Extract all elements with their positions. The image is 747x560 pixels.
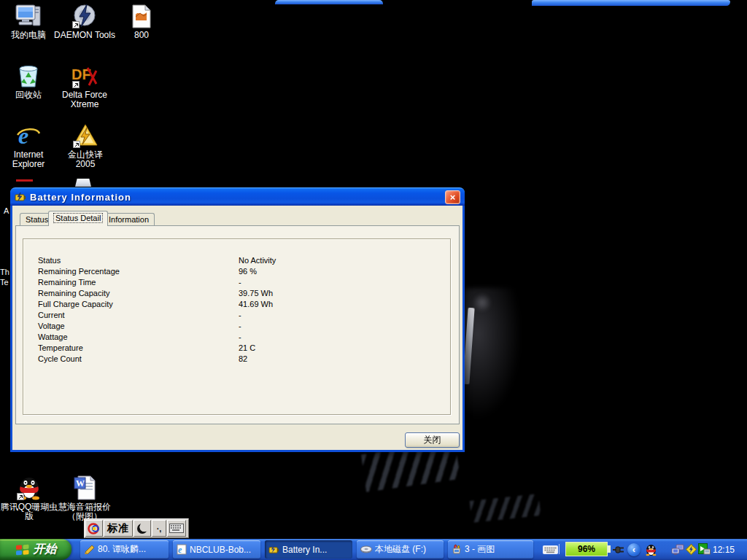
ime-mode-button[interactable]: 标准	[104, 520, 133, 537]
desktop-icon-label: Internet Explorer	[0, 150, 57, 169]
tray-clock[interactable]: 12:15	[713, 539, 735, 560]
close-button[interactable]: 关闭	[405, 432, 460, 448]
qq-penguin-icon	[0, 474, 58, 500]
desktop-icon-label: 腾讯QQ珊瑚虫 版	[0, 502, 58, 521]
dialog-body: Status Status Detail Information StatusN…	[12, 206, 462, 450]
desktop-icon-label: 我的电脑	[0, 31, 57, 40]
tray-qq-icon[interactable]	[645, 539, 657, 560]
tray-battery-meter[interactable]: 96%	[565, 542, 608, 556]
tab-status-detail[interactable]: Status Detail	[48, 211, 108, 226]
offscreen-window-titlebar[interactable]	[532, 0, 730, 6]
partial-icon-label: Te	[0, 278, 9, 287]
svg-text:W: W	[76, 478, 85, 489]
hidden-icon-fragment	[16, 179, 33, 182]
desktop-icon-qq[interactable]: 腾讯QQ珊瑚虫 版	[0, 474, 58, 521]
battery-app-icon	[15, 192, 26, 202]
desktop-icon-label: DAEMON Tools	[51, 31, 118, 40]
desktop-icon-label: 回收站	[0, 90, 57, 100]
desktop-icon-label: 800	[120, 31, 163, 40]
tray-keyboard-icon[interactable]	[543, 539, 558, 560]
desktop-icon-delta-force[interactable]: DF Delta Force Xtreme	[50, 62, 120, 109]
tab-page-status-detail: StatusNo Activity Remaining Percentage96…	[15, 225, 460, 424]
offscreen-window-titlebar[interactable]	[275, 0, 383, 4]
detail-row: StatusNo Activity	[23, 256, 450, 267]
partial-icon-label: Th	[0, 268, 9, 276]
detail-row: Wattage-	[23, 332, 450, 343]
taskbar: 开始 80. 谭咏麟... e NBCLUB-Bob... Battery In…	[0, 539, 747, 560]
detail-row: Full Charge Capacity41.69 Wh	[23, 300, 450, 311]
word-document-icon: W	[53, 474, 117, 500]
wallpaper-stripes	[470, 494, 541, 523]
desktop-icon-800[interactable]: 800	[120, 2, 163, 40]
desktop-icon-my-computer[interactable]: 我的电脑	[0, 2, 57, 40]
taskbar-item-ie[interactable]: e NBCLUB-Bob...	[173, 540, 260, 559]
taskbar-item-music[interactable]: 80. 谭咏麟...	[80, 540, 169, 559]
document-icon	[120, 2, 163, 28]
dialog-titlebar[interactable]: Battery Information ×	[10, 187, 465, 206]
desktop-icon-internet-explorer[interactable]: e Internet Explorer	[0, 122, 57, 169]
recycle-bin-icon	[0, 62, 57, 88]
hidden-icon-fragment	[75, 179, 91, 187]
battery-detail-groupbox: StatusNo Activity Remaining Percentage96…	[23, 238, 451, 415]
ime-fullwidth-icon[interactable]	[133, 520, 151, 537]
desktop-icon-label: 金山快译 2005	[54, 150, 117, 169]
svg-text:e: e	[178, 545, 182, 555]
tray-network-icon[interactable]	[671, 539, 684, 560]
my-computer-icon	[0, 2, 57, 28]
ie-page-icon: e	[177, 544, 187, 555]
tray-collapse-chevron-icon[interactable]: ‹	[627, 543, 640, 556]
delta-force-icon: DF	[50, 62, 120, 88]
tray-battery-nub	[608, 545, 611, 553]
tray-ac-plug-icon[interactable]	[612, 539, 624, 560]
detail-row: Remaining Percentage96 %	[23, 267, 450, 278]
ime-logo-icon[interactable]	[85, 520, 103, 537]
shortcut-arrow-icon	[72, 81, 80, 88]
shortcut-arrow-icon	[73, 141, 80, 148]
tray-display-utility-icon[interactable]	[698, 539, 711, 560]
dialog-title: Battery Information	[30, 192, 445, 203]
disk-drive-icon	[360, 545, 372, 554]
detail-row: Cycle Count82	[23, 354, 450, 365]
desktop-icon-word-doc[interactable]: W 慧海音箱报价 （附图）	[53, 474, 117, 521]
desktop: 我的电脑 DAEMON Tools 800	[0, 0, 747, 560]
taskbar-item-battery[interactable]: Battery In...	[265, 540, 352, 559]
wallpaper-glow	[473, 293, 492, 312]
daemon-tools-icon	[51, 2, 118, 28]
desktop-icon-recycle-bin[interactable]: 回收站	[0, 62, 57, 100]
desktop-icon-kingsoft[interactable]: 金山快译 2005	[54, 122, 117, 169]
taskbar-item-paint[interactable]: 3 - 画图	[448, 540, 533, 559]
shortcut-arrow-icon	[17, 493, 24, 500]
kingsoft-fasttrans-icon	[54, 122, 117, 148]
tray-separator	[559, 544, 560, 554]
detail-row: Voltage-	[23, 322, 450, 332]
detail-row: Current-	[23, 311, 450, 322]
tray-daemon-icon[interactable]	[685, 539, 697, 560]
taskbar-item-disk[interactable]: 本地磁盘 (F:)	[357, 540, 444, 559]
tab-information[interactable]: Information	[103, 213, 155, 226]
windows-logo-icon	[15, 543, 30, 556]
partial-icon-label: A	[4, 206, 9, 215]
battery-information-window: Battery Information × Status Status Deta…	[10, 187, 465, 452]
detail-row: Remaining Time-	[23, 278, 450, 289]
music-app-icon	[84, 544, 95, 555]
paint-app-icon	[452, 544, 462, 555]
start-label: 开始	[34, 542, 57, 557]
desktop-icon-daemon-tools[interactable]: DAEMON Tools	[51, 2, 118, 40]
detail-row: Temperature21 C	[23, 343, 450, 354]
start-button[interactable]: 开始	[0, 539, 71, 560]
ime-toolbar: 标准 ·,	[84, 518, 189, 538]
desktop-icon-label: Delta Force Xtreme	[50, 90, 120, 109]
ime-punctuation-icon[interactable]: ·,	[152, 520, 166, 537]
ime-softkeyboard-icon[interactable]	[167, 520, 186, 537]
detail-row: Remaining Capacity39.75 Wh	[23, 289, 450, 300]
close-icon[interactable]: ×	[445, 190, 460, 204]
svg-text:e: e	[18, 123, 28, 148]
shortcut-arrow-icon	[72, 21, 80, 28]
battery-app-icon	[268, 545, 279, 554]
internet-explorer-icon: e	[0, 122, 57, 148]
